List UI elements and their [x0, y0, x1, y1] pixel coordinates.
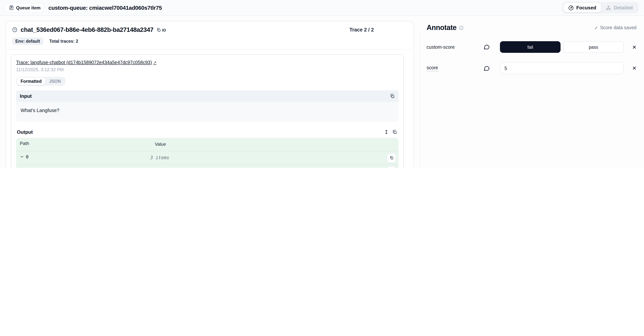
total-traces-label: Total traces: 2 — [50, 39, 78, 44]
tab-json-1[interactable]: JSON — [45, 78, 64, 85]
item-title: chat_536ed067-b86e-4eb6-882b-ba27148a234… — [20, 26, 154, 33]
copy-icon[interactable] — [390, 94, 395, 99]
chevron-down-icon[interactable] — [20, 155, 24, 159]
trace-viewer-region: chat_536ed067-b86e-4eb6-882b-ba27148a234… — [0, 16, 420, 168]
tab-formatted-1[interactable]: Formatted — [17, 78, 45, 85]
output-json-table-1: Path Value 0 3 items — [16, 138, 398, 168]
top-bar: Queue item custom-queue: cmiacwel70041ad… — [0, 0, 644, 16]
view-mode-toggle: Focused Detailed — [562, 2, 639, 14]
expand-vertical-icon[interactable] — [384, 130, 389, 134]
queue-item-card: chat_536ed067-b86e-4eb6-882b-ba27148a234… — [6, 21, 414, 168]
path-column-header: Path — [20, 141, 155, 146]
score-name-label: custom-score — [426, 44, 455, 50]
check-icon: ✓ — [594, 25, 598, 31]
info-icon[interactable] — [459, 25, 464, 30]
comment-button[interactable] — [484, 65, 490, 71]
score-option-pass-button[interactable]: pass — [563, 41, 624, 53]
gauge-icon — [568, 5, 574, 10]
view-mode-detailed-label: Detailed — [614, 5, 633, 11]
view-mode-focused-label: Focused — [576, 5, 596, 11]
view-mode-focused[interactable]: Focused — [564, 3, 601, 12]
path-key: type — [30, 167, 41, 168]
table-row: 0 3 items — [16, 151, 398, 164]
tree-icon — [606, 5, 611, 10]
remove-score-button[interactable]: ✕ — [632, 66, 636, 71]
queue-item-badge: Queue item — [5, 3, 44, 12]
row-value: "text" — [150, 167, 382, 168]
trace-preview-1: Trace: langfuse-chatbot (d174b1589072e43… — [11, 54, 404, 168]
copy-icon — [389, 156, 394, 160]
view-mode-detailed[interactable]: Detailed — [601, 3, 638, 12]
remove-score-button[interactable]: ✕ — [632, 44, 636, 50]
value-column-header: Value — [155, 141, 395, 148]
queue-item-page: Queue item custom-queue: cmiacwel70041ad… — [0, 0, 644, 168]
score-name-label: score — [426, 65, 438, 71]
annotate-title: Annotate — [426, 24, 456, 32]
input-content-1: What's Langfuse? — [16, 102, 398, 122]
external-link-icon: ↗ — [153, 60, 156, 65]
message-circle-icon — [484, 44, 490, 50]
copy-row-button[interactable] — [387, 166, 396, 168]
env-badge: Env: default — [12, 38, 44, 45]
copy-row-button[interactable] — [387, 153, 396, 163]
clipboard-pen-icon — [9, 5, 14, 10]
format-toggle-1: Formatted JSON — [16, 77, 65, 86]
save-status-text: Score data saved — [600, 25, 636, 30]
copy-icon — [156, 28, 161, 32]
annotate-panel: Annotate ✓ Score data saved custom-score… — [420, 16, 644, 168]
clock-icon — [12, 27, 18, 33]
trace-link-1[interactable]: Trace: langfuse-chatbot (d174b1589072e43… — [16, 60, 156, 65]
message-circle-icon — [484, 65, 490, 71]
main-area: chat_536ed067-b86e-4eb6-882b-ba27148a234… — [0, 16, 644, 168]
input-section-header-1: Input — [16, 90, 398, 102]
score-row-score: score ✕ — [426, 62, 636, 74]
panel-divider — [420, 32, 420, 168]
id-label: ID — [162, 28, 166, 32]
copy-id-button[interactable]: ID — [156, 28, 166, 32]
score-row-custom-score: custom-score fail pass ✕ — [426, 41, 636, 53]
queue-item-badge-label: Queue item — [16, 5, 40, 10]
trace-link-1-text: Trace: langfuse-chatbot (d174b1589072e43… — [16, 60, 152, 65]
score-option-fail-button[interactable]: fail — [500, 41, 560, 53]
comment-button[interactable] — [484, 44, 490, 50]
input-label-1: Input — [20, 93, 32, 99]
row-value: 3 items — [150, 154, 382, 161]
table-row: type "text" — [16, 164, 398, 168]
save-status: ✓ Score data saved — [594, 25, 636, 31]
table-header-row: Path Value — [16, 138, 398, 151]
copy-icon[interactable] — [392, 130, 397, 134]
page-title: custom-queue: cmiacwel70041ad060s7tlr75 — [48, 5, 162, 11]
path-key: 0 — [26, 154, 28, 159]
score-value-input[interactable] — [500, 62, 624, 74]
trace-timestamp-1: 11/12/2025, 3:12:32 PM — [16, 67, 398, 72]
output-section-header-1: Output — [16, 126, 398, 138]
output-label-1: Output — [17, 129, 33, 135]
queue-item-card-header: chat_536ed067-b86e-4eb6-882b-ba27148a234… — [6, 21, 414, 49]
trace-list: Trace: langfuse-chatbot (d174b1589072e43… — [6, 50, 414, 168]
trace-counter: Trace 2 / 2 — [349, 27, 407, 33]
